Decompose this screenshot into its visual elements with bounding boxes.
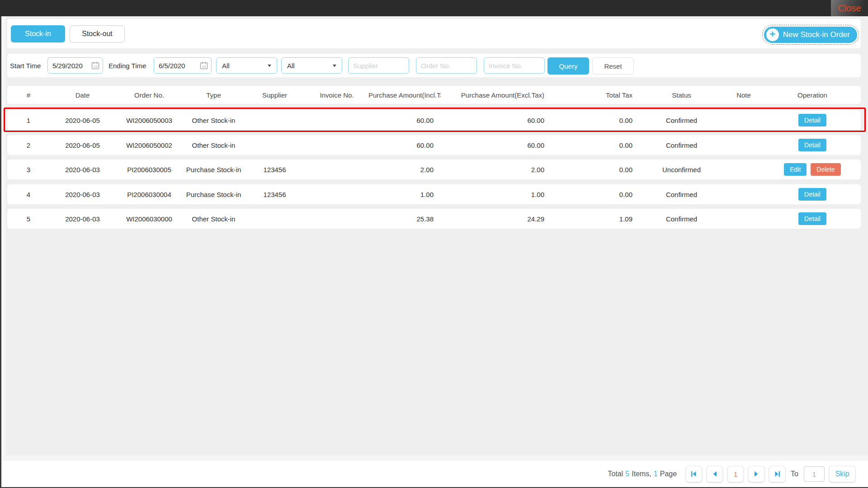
total-count: 5 xyxy=(625,470,629,478)
cell-operation: Detail xyxy=(764,139,861,151)
cell-date: 2020-06-03 xyxy=(50,215,115,223)
tab-stock-out[interactable]: Stock-out xyxy=(70,25,125,42)
detail-button[interactable]: Detail xyxy=(798,188,826,201)
cell-index: 3 xyxy=(7,166,50,174)
ending-time-input[interactable] xyxy=(154,57,212,74)
detail-button[interactable]: Detail xyxy=(798,139,826,151)
column-header: # xyxy=(7,91,50,99)
last-page-button[interactable] xyxy=(769,466,785,482)
cell-operation: Detail xyxy=(764,188,861,201)
reset-button[interactable]: Reset xyxy=(592,57,634,75)
cell-status: Confirmed xyxy=(640,141,723,149)
cell-type: Other Stock-in xyxy=(183,141,244,149)
cell-operation: Detail xyxy=(764,114,861,127)
table-header: #DateOrder No.TypeSupplierInvoice No.Pur… xyxy=(7,86,861,104)
cell-date: 2020-06-05 xyxy=(50,117,115,124)
cell-operation: Detail xyxy=(764,212,861,225)
column-header: Operation xyxy=(764,91,861,99)
skip-page-input[interactable] xyxy=(804,466,825,482)
edit-button[interactable]: Edit xyxy=(784,163,807,176)
table-row[interactable]: 52020-06-03WI2006030000Other Stock-in25.… xyxy=(7,209,861,229)
cell-supplier: 123456 xyxy=(244,166,305,174)
tab-stock-in[interactable]: Stock-in xyxy=(11,25,65,42)
cell-order_no: WI2006030000 xyxy=(115,215,183,223)
cell-amount_excl_tax: 1.00 xyxy=(441,191,552,198)
new-stock-in-order-button[interactable]: + New Stock-in Order xyxy=(764,27,857,43)
cell-index: 4 xyxy=(7,191,50,198)
cell-total_tax: 0.00 xyxy=(552,117,640,124)
column-header: Type xyxy=(183,91,244,99)
cell-operation: EditDelete xyxy=(764,163,861,176)
main-content: Stock-in Stock-out + New Stock-in Order … xyxy=(1,16,868,487)
close-button[interactable]: Close xyxy=(831,0,868,16)
cell-index: 2 xyxy=(7,141,50,149)
column-header: Purchase Amount(Incl.Tax) xyxy=(368,91,441,99)
cell-type: Other Stock-in xyxy=(183,215,244,223)
cell-status: Confirmed xyxy=(640,215,723,223)
column-header: Date xyxy=(50,91,115,99)
cell-amount_excl_tax: 60.00 xyxy=(441,117,552,124)
column-header: Total Tax xyxy=(552,91,640,99)
column-header: Note xyxy=(723,91,764,99)
cell-order_no: WI2006050003 xyxy=(115,117,183,124)
cell-status: Confirmed xyxy=(640,191,723,198)
column-header: Order No. xyxy=(115,91,183,99)
cell-order_no: PI2006030004 xyxy=(115,191,183,198)
cell-total_tax: 0.00 xyxy=(552,141,640,149)
cell-order_no: PI2006030005 xyxy=(115,166,183,174)
cell-amount_excl_tax: 24.29 xyxy=(441,215,552,223)
titlebar: Close xyxy=(0,0,868,16)
status-filter-dropdown[interactable]: All xyxy=(281,57,342,74)
table-row[interactable]: 22020-06-05WI2006050002Other Stock-in60.… xyxy=(7,135,861,155)
previous-page-icon xyxy=(711,470,718,478)
table-row[interactable]: 42020-06-03PI2006030004Purchase Stock-in… xyxy=(7,184,861,204)
order-no-input[interactable] xyxy=(416,57,477,74)
cell-type: Other Stock-in xyxy=(183,117,244,124)
cell-total_tax: 0.00 xyxy=(552,191,640,198)
start-time-label: Start Time xyxy=(10,54,41,77)
cell-status: Confirmed xyxy=(640,117,723,124)
first-page-icon xyxy=(690,470,698,478)
column-header: Invoice No. xyxy=(305,91,368,99)
cell-index: 5 xyxy=(7,215,50,223)
start-time-input[interactable] xyxy=(47,57,103,74)
last-page-icon xyxy=(774,470,781,478)
items-label: Items, xyxy=(632,470,651,478)
table-row[interactable]: 12020-06-05WI2006050003Other Stock-in60.… xyxy=(7,110,861,130)
first-page-button[interactable] xyxy=(686,466,702,482)
supplier-input[interactable] xyxy=(348,57,409,74)
ending-time-label: Ending Time xyxy=(108,54,146,77)
cell-date: 2020-06-03 xyxy=(50,191,115,198)
left-gutter xyxy=(1,16,5,487)
invoice-no-input[interactable] xyxy=(484,57,545,74)
total-label: Total xyxy=(608,470,623,478)
query-button[interactable]: Query xyxy=(547,57,589,75)
page-label: Page xyxy=(660,470,677,478)
next-page-button[interactable] xyxy=(748,466,764,482)
previous-page-button[interactable] xyxy=(707,466,723,482)
cell-amount_incl_tax: 60.00 xyxy=(368,141,441,149)
cell-type: Purchase Stock-in xyxy=(183,166,244,174)
detail-button[interactable]: Detail xyxy=(798,212,826,225)
table-row[interactable]: 32020-06-03PI2006030005Purchase Stock-in… xyxy=(7,160,861,179)
cell-date: 2020-06-05 xyxy=(50,141,115,149)
footer-divider xyxy=(1,455,868,461)
next-page-icon xyxy=(753,470,760,478)
column-header: Status xyxy=(640,91,723,99)
column-header: Purchase Amount(Excl.Tax) xyxy=(441,91,552,99)
current-page-button[interactable]: 1 xyxy=(727,466,744,482)
filter-bar: Start Time 14 Ending Time 14 All All xyxy=(7,54,861,77)
cell-amount_incl_tax: 25.38 xyxy=(368,215,441,223)
skip-button[interactable]: Skip xyxy=(829,466,855,482)
cell-amount_excl_tax: 60.00 xyxy=(441,141,552,149)
cell-order_no: WI2006050002 xyxy=(115,141,183,149)
plus-icon: + xyxy=(766,28,779,41)
cell-amount_excl_tax: 2.00 xyxy=(441,166,552,174)
detail-button[interactable]: Detail xyxy=(798,114,826,127)
cell-date: 2020-06-03 xyxy=(50,166,115,174)
cell-amount_incl_tax: 2.00 xyxy=(368,166,441,174)
delete-button[interactable]: Delete xyxy=(811,163,840,176)
type-filter-dropdown[interactable]: All xyxy=(216,57,277,74)
cell-supplier: 123456 xyxy=(244,191,305,198)
to-label: To xyxy=(791,470,798,478)
